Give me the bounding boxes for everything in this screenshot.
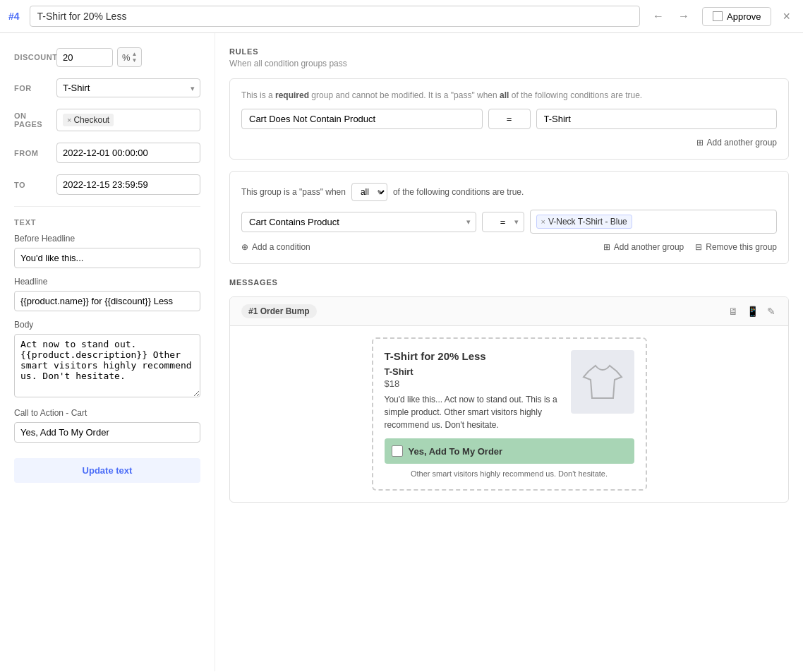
on-pages-label: ON PAGES: [14, 112, 56, 128]
approve-label: Approve: [727, 11, 761, 22]
condition-row-2: Cart Contains Product = × V-Neck T-Shirt…: [241, 210, 777, 234]
condition-value-1: [536, 109, 778, 129]
condition-eq-select-2[interactable]: =: [482, 212, 524, 232]
messages-section: MESSAGES #1 Order Bump 🖥 📱 ✎ T-Shirt for: [229, 278, 789, 503]
add-another-group-btn-2[interactable]: ⊞ Add another group: [603, 242, 684, 252]
condition-group-2: This group is a "pass" when all of the f…: [229, 171, 789, 264]
bump-image: [571, 350, 634, 414]
bump-preview: T-Shirt for 20% Less T-Shirt $18 You'd l…: [372, 337, 647, 491]
vneck-tag: × V-Neck T-Shirt - Blue: [536, 215, 632, 229]
condition-group-1: This is a required group and cannot be m…: [229, 78, 789, 160]
cta-checkbox: [392, 445, 403, 457]
condition-eq-1: [488, 109, 531, 129]
discount-input[interactable]: [56, 48, 113, 67]
for-select[interactable]: T-Shirt: [56, 78, 200, 97]
pass-when-row: This group is a "pass" when all of the f…: [241, 183, 777, 201]
order-bump-badge: #1 Order Bump: [241, 304, 317, 318]
headline-input[interactable]: [14, 291, 200, 311]
checkout-tag-remove[interactable]: ×: [67, 116, 71, 124]
bump-cta-label: Yes, Add To My Order: [409, 446, 503, 457]
message-card-header: #1 Order Bump 🖥 📱 ✎: [230, 297, 788, 326]
add-group-icon-2: ⊞: [603, 242, 610, 252]
condition-row-1: [241, 109, 777, 129]
pass-when-select[interactable]: all: [351, 183, 387, 201]
tab-number: #4: [8, 11, 20, 22]
left-panel: DISCOUNT % ▲ ▼ FOR T-Shirt: [0, 33, 215, 671]
condition-field-1: [241, 109, 483, 129]
bump-preview-desc: You'd like this... Act now to stand out.…: [385, 393, 562, 431]
group1-footer: ⊞ Add another group: [241, 138, 777, 148]
desktop-view-button[interactable]: 🖥: [727, 304, 739, 318]
next-button[interactable]: →: [672, 7, 695, 25]
rules-section: RULES When all condition groups pass Thi…: [229, 47, 789, 264]
on-pages-field[interactable]: × Checkout: [56, 109, 200, 131]
add-another-group-label-2: Add another group: [614, 242, 684, 252]
vneck-tag-label: V-Neck T-Shirt - Blue: [548, 217, 627, 227]
remove-group-label: Remove this group: [706, 242, 777, 252]
remove-group-button[interactable]: ⊟ Remove this group: [695, 242, 777, 252]
tshirt-icon: [578, 357, 627, 407]
before-headline-label: Before Headline: [14, 234, 200, 244]
bump-footer-text: Other smart visitors highly recommend us…: [385, 469, 634, 478]
title-input[interactable]: [30, 6, 640, 27]
to-input[interactable]: [56, 174, 200, 195]
body-textarea[interactable]: Act now to stand out. {{product.descript…: [14, 334, 200, 397]
from-label: FROM: [14, 149, 56, 157]
mobile-view-button[interactable]: 📱: [745, 304, 760, 318]
rules-subtitle: When all condition groups pass: [229, 59, 789, 68]
vneck-tag-remove[interactable]: ×: [541, 217, 545, 226]
cta-input[interactable]: [14, 422, 200, 443]
plus-circle-icon: ⊕: [241, 242, 248, 252]
spin-arrows[interactable]: ▲ ▼: [132, 51, 138, 64]
add-another-group-label-1: Add another group: [707, 138, 777, 148]
add-condition-button[interactable]: ⊕ Add a condition: [241, 242, 310, 252]
approve-checkbox: [713, 11, 723, 21]
pass-when-suffix: of the following conditions are true.: [393, 187, 524, 197]
cta-label: Call to Action - Cart: [14, 408, 200, 418]
add-condition-label: Add a condition: [252, 242, 310, 252]
messages-title: MESSAGES: [229, 278, 789, 287]
group2-actions: ⊕ Add a condition ⊞ Add another group ⊟ …: [241, 242, 777, 252]
body-label: Body: [14, 320, 200, 330]
checkout-tag: × Checkout: [63, 114, 114, 126]
from-input[interactable]: [56, 143, 200, 163]
condition-tag-value-2[interactable]: × V-Neck T-Shirt - Blue: [530, 210, 778, 234]
text-section-label: TEXT: [14, 218, 200, 227]
required-notice: This is a required group and cannot be m…: [241, 90, 777, 100]
remove-group-icon: ⊟: [695, 242, 702, 252]
rules-title: RULES: [229, 47, 789, 56]
approve-button[interactable]: Approve: [702, 7, 771, 26]
bump-text: T-Shirt for 20% Less T-Shirt $18 You'd l…: [385, 350, 562, 431]
message-card-icons: 🖥 📱 ✎: [727, 304, 777, 318]
message-card: #1 Order Bump 🖥 📱 ✎ T-Shirt for 20% Less…: [229, 296, 789, 503]
message-card-body: T-Shirt for 20% Less T-Shirt $18 You'd l…: [230, 326, 788, 502]
bump-preview-title: T-Shirt for 20% Less: [385, 350, 562, 362]
condition-select-2[interactable]: Cart Contains Product: [241, 212, 476, 232]
to-label: TO: [14, 181, 56, 189]
add-another-group-btn-1[interactable]: ⊞ Add another group: [696, 138, 777, 148]
headline-label: Headline: [14, 277, 200, 287]
discount-label: DISCOUNT: [14, 53, 56, 61]
update-text-button[interactable]: Update text: [14, 458, 200, 483]
bump-cta-button[interactable]: Yes, Add To My Order: [385, 438, 634, 464]
prev-button[interactable]: ←: [647, 7, 670, 25]
discount-unit: % ▲ ▼: [117, 47, 142, 67]
add-group-icon-1: ⊞: [696, 138, 704, 148]
before-headline-input[interactable]: [14, 248, 200, 268]
bump-preview-price: $18: [385, 378, 562, 389]
right-panel: RULES When all condition groups pass Thi…: [215, 33, 803, 671]
for-label: FOR: [14, 84, 56, 92]
checkout-tag-label: Checkout: [73, 115, 109, 125]
edit-button[interactable]: ✎: [766, 304, 777, 318]
close-button[interactable]: ×: [778, 8, 795, 25]
nav-arrows: ← →: [647, 7, 695, 25]
pass-when-prefix: This group is a "pass" when: [241, 187, 346, 197]
bump-preview-product: T-Shirt: [385, 366, 562, 377]
group2-right-actions: ⊞ Add another group ⊟ Remove this group: [603, 242, 777, 252]
